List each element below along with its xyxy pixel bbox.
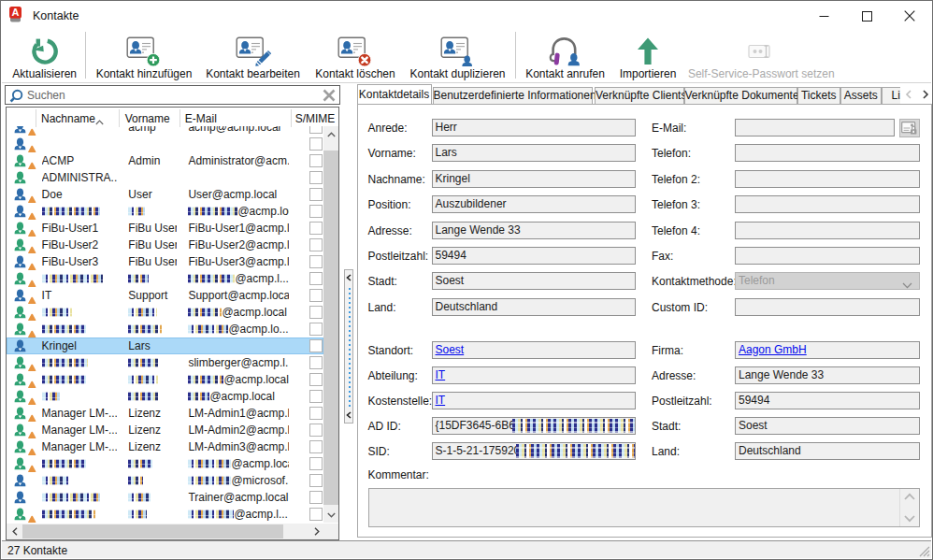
scroll-right-button[interactable]: [309, 524, 324, 538]
column-separator[interactable]: [179, 109, 180, 127]
contact-row[interactable]: KlugeUlrichukluge@acmp.local: [7, 304, 323, 321]
smime-checkbox[interactable]: [309, 171, 323, 184]
smime-checkbox[interactable]: [309, 255, 323, 268]
contact-row[interactable]: Manager LM-...LizenzLM-Admin1@acmp.l...: [7, 405, 323, 422]
field-telefon[interactable]: [735, 144, 920, 162]
minimize-button[interactable]: [802, 2, 845, 30]
contact-row[interactable]: acmpacmp@acmp.local: [7, 126, 323, 136]
vertical-scrollbar[interactable]: [323, 126, 338, 523]
smime-checkbox[interactable]: [309, 188, 323, 201]
smime-checkbox[interactable]: [309, 272, 323, 285]
field-fax[interactable]: [735, 247, 920, 265]
scroll-thumb[interactable]: [323, 151, 338, 505]
field-standort[interactable]: Soest: [432, 341, 637, 359]
smime-checkbox[interactable]: [309, 154, 323, 167]
toolbar-button-import[interactable]: Importieren: [615, 32, 681, 80]
clear-icon[interactable]: [323, 89, 336, 102]
smime-checkbox[interactable]: [309, 126, 323, 134]
smime-checkbox[interactable]: [309, 373, 323, 386]
toolbar-button-refresh[interactable]: Aktualisieren: [7, 32, 82, 80]
panel-splitter[interactable]: [344, 269, 353, 424]
close-button[interactable]: [888, 2, 931, 30]
tab-lizenzen[interactable]: Lizenzen: [882, 87, 901, 104]
column-header-nachname[interactable]: Nachname: [41, 112, 95, 125]
contact-row[interactable]: ACMPAdminAdministrator@acm...: [7, 152, 323, 169]
search-input[interactable]: Suchen: [5, 85, 340, 105]
column-separator[interactable]: [119, 109, 120, 127]
smime-checkbox[interactable]: [309, 306, 323, 319]
field-land[interactable]: Deutschland: [735, 442, 920, 460]
scroll-down-button[interactable]: [323, 507, 338, 523]
toolbar-button-add-contact[interactable]: Kontakt hinzufügen: [89, 32, 199, 80]
contact-row[interactable]: FuhrmannFalkffuhrmann@acmp.l...: [7, 270, 323, 287]
contact-row[interactable]: FiBu-User3FiBu UserFiBu-User3@acmp.l...: [7, 253, 323, 270]
smime-checkbox[interactable]: [309, 238, 323, 251]
tab-kontaktdetails[interactable]: Kontaktdetails: [357, 84, 432, 104]
contact-row[interactable]: John DoeJohnJohn Doe@acmp.local: [7, 203, 323, 220]
toolbar-button-delete-contact[interactable]: Kontakt löschen: [310, 32, 400, 80]
smime-checkbox[interactable]: [309, 424, 323, 437]
smime-checkbox[interactable]: [309, 440, 323, 453]
contact-row[interactable]: LimbergerSaschaslimberger@acmp.l...: [7, 354, 323, 371]
scroll-left-button[interactable]: [7, 524, 22, 538]
field-ad-id[interactable]: {15DF3645-6B64-41EF-A262-E4BF1C52850F}: [432, 417, 637, 435]
tab-tickets[interactable]: Tickets: [797, 87, 841, 104]
smime-checkbox[interactable]: [309, 474, 323, 487]
scroll-up-button[interactable]: [323, 126, 338, 142]
contact-row[interactable]: LobedanRobertrlobedan@acmp.local: [7, 371, 323, 388]
field-vorname[interactable]: Lars: [432, 144, 637, 162]
contact-row[interactable]: ADMINISTRA...: [7, 169, 323, 186]
field-abteilung[interactable]: IT: [432, 366, 637, 384]
field-land[interactable]: Deutschland: [432, 298, 637, 316]
smime-checkbox[interactable]: [309, 137, 323, 151]
contact-row[interactable]: MüllerTimHMueller@microsof...: [7, 472, 323, 489]
contact-row[interactable]: Manager LM-...LizenzLM-Admin2@acmp.l...: [7, 422, 323, 438]
contact-row[interactable]: DoeUserUser@acmp.local: [7, 186, 323, 203]
column-separator[interactable]: [291, 109, 292, 127]
column-header-vorname[interactable]: Vorname: [125, 112, 170, 125]
tab-scroll-left-button[interactable]: [900, 84, 917, 104]
contact-row[interactable]: FiBu-User2FiBu UserFiBu-User2@acmp.l...: [7, 237, 323, 253]
contact-row[interactable]: WiesbrockLarswiesbrock@acmp.l...: [7, 506, 323, 523]
kommentar-scroll[interactable]: [899, 489, 919, 526]
field-firma[interactable]: Aagon GmbH: [735, 341, 920, 359]
column-separator[interactable]: [36, 109, 36, 127]
tab-assets[interactable]: Assets: [840, 87, 882, 104]
collapse-top-icon[interactable]: [345, 273, 352, 282]
smime-checkbox[interactable]: [309, 205, 323, 218]
toolbar-button-call-contact[interactable]: Kontakt anrufen: [521, 32, 610, 80]
contact-row[interactable]: Manager LM-...LizenzLM-Admin3@acmp.l...: [7, 438, 323, 455]
field-position[interactable]: Auszubildener: [432, 195, 637, 213]
field-adresse[interactable]: Lange Wende 33: [432, 222, 637, 239]
scroll-thumb[interactable]: [22, 524, 283, 538]
contact-row[interactable]: KontradtThorstentkontradt@acmp.lo...: [7, 321, 323, 337]
field-e-mail[interactable]: [735, 119, 895, 136]
smime-checkbox[interactable]: [309, 390, 323, 403]
field-kostenstelle[interactable]: IT: [432, 392, 637, 409]
smime-checkbox[interactable]: [309, 407, 323, 420]
smime-checkbox[interactable]: [309, 323, 323, 336]
horizontal-scrollbar[interactable]: [7, 524, 338, 539]
tab-scroll-right-button[interactable]: [917, 84, 933, 104]
contact-row[interactable]: ITSupportSupport@acmp.local: [7, 287, 323, 304]
smime-checkbox[interactable]: [309, 508, 323, 521]
field-telefon-3[interactable]: [735, 195, 920, 213]
field-anrede[interactable]: Herr: [432, 119, 637, 136]
resize-grip[interactable]: [917, 544, 930, 557]
field-stadt[interactable]: Soest: [432, 272, 637, 290]
toolbar-button-duplicate-contact[interactable]: Kontakt duplizieren: [404, 32, 512, 80]
tab-verknüpfte-clients[interactable]: Verknüpfte Clients: [595, 87, 684, 104]
kommentar-textarea[interactable]: [368, 488, 921, 527]
field-postleitzahl[interactable]: 59494: [432, 247, 637, 265]
column-header-s-mime[interactable]: S/MIME: [291, 112, 339, 125]
tab-verknüpfte-dokumente[interactable]: Verknüpfte Dokumente: [684, 87, 797, 104]
smime-checkbox[interactable]: [309, 457, 323, 470]
email-button[interactable]: [899, 119, 920, 138]
field-telefon-2[interactable]: [735, 170, 920, 188]
field-nachname[interactable]: Kringel: [432, 170, 637, 188]
smime-checkbox[interactable]: [309, 339, 323, 352]
smime-checkbox[interactable]: [309, 222, 323, 235]
field-sid[interactable]: S-1-5-21-1759207842-1426254E4BF1C52850F: [432, 442, 637, 460]
field-telefon-4[interactable]: [735, 222, 920, 239]
contact-row[interactable]: [7, 136, 323, 152]
